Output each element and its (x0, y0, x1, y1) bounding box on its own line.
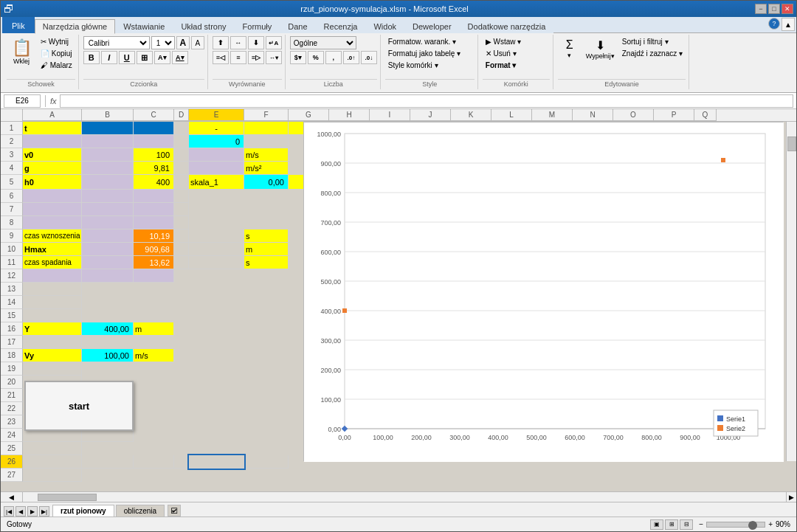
zoom-slider-thumb[interactable] (748, 521, 757, 530)
col-header-K[interactable]: K (451, 109, 491, 121)
zoom-slider-track[interactable] (706, 522, 765, 528)
cell-D11[interactable] (174, 256, 189, 269)
col-header-N[interactable]: N (573, 109, 613, 121)
bold-button[interactable]: B (83, 51, 100, 64)
font-size-select[interactable]: 11 (151, 36, 175, 49)
first-sheet-button[interactable]: |◀ (4, 506, 14, 517)
formula-input[interactable] (60, 94, 793, 108)
cell-C16[interactable]: m (134, 322, 174, 336)
zoom-in-icon[interactable]: + (768, 520, 773, 528)
horizontal-scrollbar[interactable]: ◀ ▶ (1, 491, 796, 502)
cell-F1[interactable] (244, 122, 289, 135)
cell-A2[interactable] (23, 135, 82, 148)
cell-D5[interactable] (174, 175, 189, 190)
col-header-C[interactable]: C (134, 109, 174, 121)
cell-D6[interactable] (174, 190, 189, 203)
italic-button[interactable]: I (101, 51, 117, 64)
cell-B10[interactable] (82, 243, 134, 256)
cell-B5[interactable] (82, 175, 134, 190)
close-button[interactable]: ✕ (782, 4, 793, 14)
autosum-button[interactable]: Σ ▾ (558, 36, 582, 61)
cell-styles-button[interactable]: Style komórki ▾ (385, 60, 463, 71)
cell-A10[interactable]: Hmax (23, 243, 82, 256)
cell-A9[interactable]: czas wznoszenia (23, 229, 82, 243)
scrollbar-thumb-h[interactable] (38, 494, 97, 501)
format-painter-button[interactable]: 🖌 Malarz (38, 60, 75, 71)
insert-cells-button[interactable]: ▶ Wstaw ▾ (483, 36, 525, 47)
wrap-text-button[interactable]: ↵A (266, 36, 282, 49)
tab-review[interactable]: Recenzja (316, 18, 366, 33)
decrease-font-button[interactable]: A (191, 36, 204, 49)
next-sheet-button[interactable]: ▶ (27, 506, 38, 517)
col-header-D[interactable]: D (174, 109, 189, 121)
cell-D2[interactable] (174, 135, 189, 148)
cell-A3[interactable]: v0 (23, 148, 82, 162)
cell-A1[interactable]: t (23, 122, 82, 135)
col-header-M[interactable]: M (532, 109, 573, 121)
decrease-decimal-button[interactable]: .0↓ (361, 51, 377, 64)
cell-C11[interactable]: 13,62 (134, 256, 174, 269)
cell-A8[interactable] (23, 216, 82, 229)
cell-B9[interactable] (82, 229, 134, 243)
col-header-I[interactable]: I (370, 109, 410, 121)
cell-E11[interactable] (189, 256, 244, 269)
cell-F5-skala1val[interactable]: 0,00 (244, 175, 289, 190)
cell-C3[interactable]: 100 (134, 148, 174, 162)
underline-button[interactable]: U (119, 51, 135, 64)
increase-font-button[interactable]: A (176, 36, 190, 49)
align-top-button[interactable]: ⬆ (213, 36, 229, 49)
cell-E5-skala1[interactable]: skala_1 (189, 175, 244, 190)
scrollbar-thumb-v[interactable] (787, 137, 796, 151)
cell-D3[interactable] (174, 148, 189, 162)
cell-D1[interactable] (174, 122, 189, 135)
align-middle-button[interactable]: ↔ (230, 36, 246, 49)
start-button[interactable]: start (24, 381, 134, 431)
tab-data[interactable]: Dane (280, 18, 315, 33)
cell-D4[interactable] (174, 162, 189, 175)
cell-C8[interactable] (134, 216, 174, 229)
delete-cells-button[interactable]: ✕ Usuń ▾ (483, 48, 525, 59)
align-bottom-button[interactable]: ⬇ (248, 36, 264, 49)
cell-A12[interactable] (23, 269, 82, 283)
help-button[interactable]: ? (768, 18, 780, 30)
col-header-O[interactable]: O (613, 109, 654, 121)
format-cells-button[interactable]: Format ▾ (483, 60, 525, 71)
sheet-tab-obliczenia[interactable]: obliczenia (116, 505, 165, 517)
cell-B2[interactable] (82, 135, 134, 148)
cell-D8[interactable] (174, 216, 189, 229)
col-header-P[interactable]: P (654, 109, 694, 121)
cell-B1[interactable] (82, 122, 134, 135)
cell-D7[interactable] (174, 203, 189, 216)
tab-home[interactable]: Narzędzia główne (35, 19, 115, 34)
cell-D10[interactable] (174, 243, 189, 256)
cell-F11[interactable]: s (244, 256, 289, 269)
scroll-right-btn[interactable]: ▶ (786, 492, 796, 502)
cell-A16[interactable]: Y (23, 322, 82, 336)
cell-F4[interactable]: m/s² (244, 162, 289, 175)
percent-button[interactable]: % (308, 51, 324, 64)
cell-D26[interactable] (174, 455, 189, 469)
cell-A15[interactable] (23, 309, 82, 322)
cell-E2[interactable]: 0 (189, 135, 244, 148)
align-right-button[interactable]: ≡▷ (248, 51, 264, 64)
cell-A26[interactable] (23, 455, 82, 469)
comma-button[interactable]: , (325, 51, 342, 64)
tab-formulas[interactable]: Formuły (235, 18, 280, 33)
cell-E3[interactable] (189, 148, 244, 162)
cell-C4[interactable]: 9,81 (134, 162, 174, 175)
last-sheet-button[interactable]: ▶| (39, 506, 49, 517)
minimize-button[interactable]: − (755, 4, 767, 14)
sort-filter-button[interactable]: Sortuj i filtruj ▾ (619, 36, 686, 47)
cell-C5[interactable]: 400 (134, 175, 174, 190)
find-select-button[interactable]: Znajdź i zaznacz ▾ (619, 48, 686, 59)
format-table-button[interactable]: Formatuj jako tabelę ▾ (385, 48, 463, 59)
page-break-button[interactable]: ⊟ (680, 519, 693, 530)
cell-C1[interactable] (134, 122, 174, 135)
border-button[interactable]: ⊞ (137, 51, 153, 64)
cell-A27[interactable] (23, 469, 82, 482)
cell-E10[interactable] (189, 243, 244, 256)
cell-C2[interactable] (134, 135, 174, 148)
col-header-F[interactable]: F (244, 109, 289, 121)
col-header-A[interactable]: A (23, 109, 82, 121)
col-header-G[interactable]: G (289, 109, 329, 121)
